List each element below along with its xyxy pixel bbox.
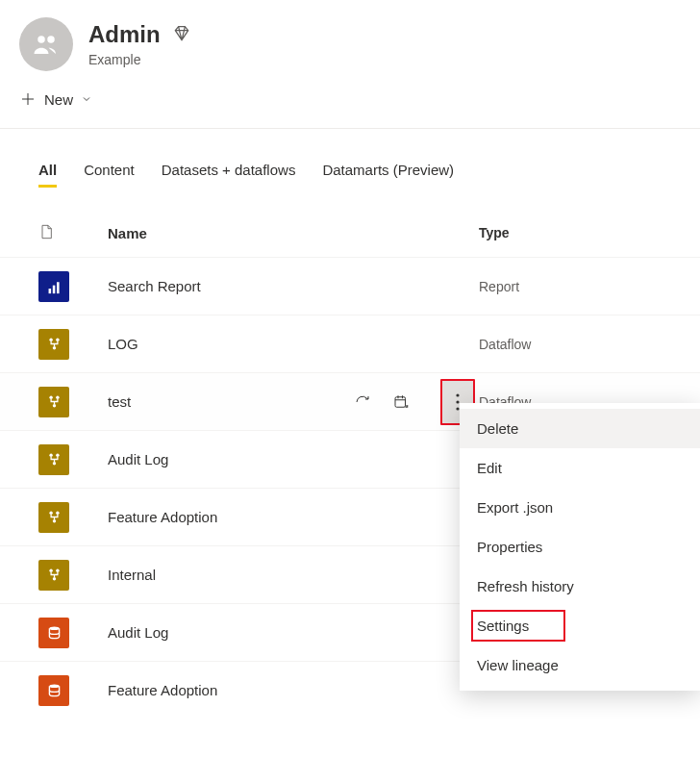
menu-item-label: Settings (477, 618, 529, 634)
tab-datamarts[interactable]: Datamarts (Preview) (322, 154, 454, 188)
new-button[interactable]: New (19, 90, 92, 108)
chevron-down-icon (81, 93, 92, 105)
row-name-label[interactable]: Audit Log (108, 451, 168, 467)
menu-item-delete[interactable]: Delete (460, 409, 700, 448)
menu-item-export-json[interactable]: Export .json (460, 488, 700, 527)
plus-icon (19, 90, 37, 108)
dataset-icon (38, 675, 69, 706)
tab-datasets[interactable]: Datasets + dataflows (162, 154, 296, 188)
content-table: Name Type Search ReportReportLOGDataflow… (0, 209, 700, 719)
report-icon (38, 271, 69, 302)
table-row[interactable]: LOGDataflow (0, 315, 700, 372)
new-button-label: New (44, 91, 73, 108)
svg-point-3 (456, 393, 459, 396)
svg-point-1 (47, 36, 55, 43)
context-menu: DeleteEditExport .jsonPropertiesRefresh … (460, 403, 700, 691)
row-type-label: Report (479, 279, 662, 294)
menu-item-refresh-history[interactable]: Refresh history (460, 567, 700, 606)
file-icon (38, 222, 54, 244)
tab-all[interactable]: All (38, 154, 57, 188)
menu-item-label: Export .json (477, 499, 553, 516)
dataflow-icon (38, 560, 69, 591)
page-subtitle: Example (88, 52, 191, 67)
column-header-name[interactable]: Name (108, 225, 479, 241)
row-name-label[interactable]: LOG (108, 336, 138, 352)
svg-rect-2 (395, 396, 406, 407)
menu-item-settings[interactable]: Settings (460, 606, 700, 645)
table-header: Name Type (0, 209, 700, 257)
menu-item-view-lineage[interactable]: View lineage (460, 645, 700, 685)
row-name-label[interactable]: Audit Log (108, 624, 168, 641)
menu-item-label: Delete (477, 420, 518, 437)
workspace-header: Admin Example (0, 0, 700, 79)
divider (0, 128, 700, 129)
workspace-avatar (19, 17, 73, 71)
row-name-label[interactable]: test (108, 393, 131, 410)
premium-icon (172, 24, 191, 46)
dataflow-icon (38, 502, 69, 533)
menu-item-label: Refresh history (477, 578, 574, 594)
dataflow-icon (38, 387, 69, 417)
menu-item-label: View lineage (477, 657, 559, 673)
menu-item-properties[interactable]: Properties (460, 527, 700, 567)
dataflow-icon (38, 329, 69, 360)
toolbar: New (0, 79, 700, 128)
row-name-label[interactable]: Search Report (108, 278, 201, 294)
dataflow-icon (38, 444, 69, 475)
menu-item-label: Edit (477, 460, 502, 476)
dataset-icon (38, 618, 69, 648)
refresh-icon[interactable] (354, 393, 371, 411)
tab-bar: All Content Datasets + dataflows Datamar… (0, 154, 700, 188)
row-name-label[interactable]: Internal (108, 567, 156, 583)
menu-item-edit[interactable]: Edit (460, 448, 700, 488)
column-header-type[interactable]: Type (479, 225, 662, 240)
row-name-label[interactable]: Feature Adoption (108, 509, 217, 525)
schedule-refresh-icon[interactable] (392, 393, 410, 411)
row-type-label: Dataflow (479, 337, 662, 352)
row-name-label[interactable]: Feature Adoption (108, 682, 217, 698)
menu-item-label: Properties (477, 539, 542, 555)
svg-point-0 (38, 36, 45, 43)
page-title: Admin (88, 21, 161, 48)
table-row[interactable]: Search ReportReport (0, 257, 700, 315)
tab-content[interactable]: Content (84, 154, 135, 188)
people-icon (32, 30, 61, 59)
